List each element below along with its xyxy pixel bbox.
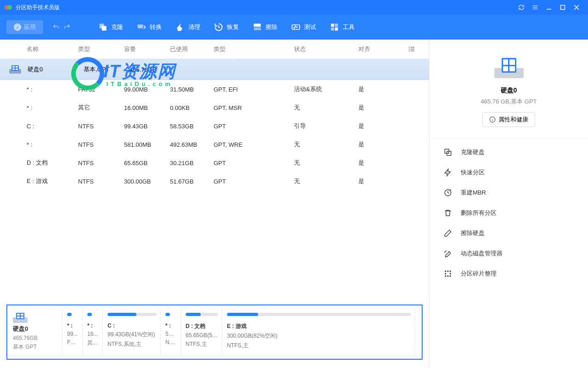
menu-icon[interactable] — [528, 0, 542, 15]
disk-map-partition[interactable]: * : 581... NTF... — [161, 309, 181, 355]
svg-rect-42 — [450, 276, 451, 277]
svg-rect-18 — [411, 50, 414, 51]
action-icon — [443, 249, 452, 258]
app-logo-icon — [5, 4, 12, 11]
toolbar: ✓ 应用 克隆 转换 清理 恢复 擦除 测试 工具 — [0, 15, 588, 40]
toolbar-test[interactable]: 测试 — [287, 20, 321, 34]
title-bar: 分区助手技术员版 — [0, 0, 588, 15]
svg-rect-41 — [447, 276, 449, 277]
action-icon — [443, 269, 452, 278]
check-icon: ✓ — [14, 23, 21, 31]
svg-rect-27 — [17, 314, 20, 316]
partition-row[interactable]: E : 游戏 NTFS 300.00GB 51.67GB GPT 无 是 — [0, 172, 429, 190]
svg-rect-22 — [16, 66, 18, 68]
svg-rect-29 — [17, 316, 20, 318]
disk-map-disk[interactable]: 硬盘0 465.76GB 基本 GPT — [7, 309, 62, 355]
tools-icon — [330, 23, 339, 32]
test-icon — [291, 23, 300, 32]
view-toggle-icon[interactable] — [408, 46, 424, 53]
undo-icon[interactable] — [52, 23, 60, 31]
sidebar-action[interactable]: 快速分区 — [430, 162, 588, 183]
action-icon — [443, 229, 452, 238]
sidebar-action[interactable]: 克隆硬盘 — [430, 142, 588, 162]
svg-rect-30 — [21, 316, 23, 318]
svg-rect-11 — [331, 28, 334, 31]
convert-icon — [137, 23, 146, 32]
disk-map-partition[interactable]: * : 99... FAT... — [62, 309, 83, 355]
disk-map-partition[interactable]: D : 文档 65.65GB(53... NTFS,主 — [181, 309, 222, 355]
svg-point-1 — [7, 5, 12, 10]
svg-rect-14 — [411, 46, 414, 47]
svg-rect-37 — [450, 270, 451, 272]
svg-rect-21 — [12, 66, 15, 68]
sidebar-action[interactable]: 删除所有分区 — [430, 203, 588, 223]
svg-rect-36 — [447, 270, 449, 272]
svg-rect-16 — [411, 48, 414, 49]
disk-group-row[interactable]: 硬盘0 基本,GPT 465.76GB — [0, 59, 429, 80]
toolbar-recover[interactable]: 恢复 — [209, 20, 243, 34]
toolbar-clean[interactable]: 清理 — [171, 20, 205, 34]
partition-table-header: 名称 类型 容量 已使用 类型 状态 对齐 — [0, 40, 429, 59]
partition-row[interactable]: C : NTFS 99.43GB 58.53GB GPT 引导 是 — [0, 117, 429, 135]
svg-rect-35 — [445, 270, 446, 272]
action-icon — [443, 148, 452, 157]
svg-rect-9 — [331, 24, 334, 27]
recover-icon — [214, 23, 223, 32]
close-icon[interactable] — [570, 0, 583, 15]
toolbar-wipe[interactable]: 擦除 — [248, 20, 282, 34]
svg-rect-3 — [561, 6, 565, 10]
svg-rect-17 — [409, 50, 410, 51]
redo-icon[interactable] — [63, 23, 71, 31]
partition-row[interactable]: D : 文档 NTFS 65.65GB 30.21GB GPT 无 是 — [0, 154, 429, 172]
svg-rect-12 — [335, 28, 338, 31]
disk-map-panel: 硬盘0 465.76GB 基本 GPT * : 99... FAT... * :… — [6, 305, 423, 360]
svg-rect-40 — [445, 276, 446, 277]
svg-rect-5 — [102, 26, 107, 31]
svg-rect-7 — [254, 24, 261, 27]
svg-rect-24 — [16, 69, 18, 70]
sidebar-action[interactable]: 擦除硬盘 — [430, 223, 588, 243]
properties-button[interactable]: 属性和健康 — [482, 112, 535, 127]
apply-button[interactable]: ✓ 应用 — [6, 20, 43, 34]
disk-icon — [13, 313, 28, 322]
partition-row[interactable]: * : 其它 16.00MB 0.00KB GPT, MSR 无 是 — [0, 98, 429, 117]
svg-rect-10 — [335, 24, 338, 27]
refresh-icon[interactable] — [514, 0, 528, 15]
svg-rect-13 — [409, 46, 410, 47]
toolbar-convert[interactable]: 转换 — [132, 20, 166, 34]
maximize-icon[interactable] — [556, 0, 570, 15]
svg-rect-39 — [450, 273, 451, 275]
action-icon — [443, 208, 452, 218]
toolbar-clone[interactable]: 克隆 — [94, 20, 128, 34]
sidebar-action[interactable]: 动态磁盘管理器 — [430, 243, 588, 264]
app-title: 分区助手技术员版 — [16, 4, 60, 12]
svg-rect-20 — [11, 65, 19, 71]
disk-hero-icon — [494, 58, 524, 78]
svg-rect-6 — [138, 24, 143, 28]
minimize-icon[interactable] — [542, 0, 556, 15]
partition-row[interactable]: * : NTFS 581.00MB 492.63MB GPT, WRE 无 是 — [0, 135, 429, 154]
disk-map-partition[interactable]: * : 16... 其... — [83, 309, 103, 355]
disk-icon — [9, 65, 21, 74]
sidebar-action[interactable]: 分区碎片整理 — [430, 264, 588, 284]
svg-rect-38 — [445, 273, 446, 275]
svg-rect-23 — [12, 69, 15, 70]
action-icon — [443, 188, 452, 197]
info-icon — [489, 116, 496, 123]
wipe-icon — [253, 23, 262, 32]
toolbar-tools[interactable]: 工具 — [325, 20, 359, 34]
clean-icon — [175, 23, 185, 32]
disk-map-partition[interactable]: C : 99.43GB(41%空闲) NTFS,系统,主 — [103, 309, 161, 355]
disk-map-partition[interactable]: E : 游戏 300.00GB(82%空闲) NTFS,主 — [222, 309, 415, 355]
svg-rect-28 — [21, 314, 23, 316]
sidebar: 硬盘0 465.76 GB,基本 GPT 属性和健康 克隆硬盘快速分区重建MBR… — [430, 40, 588, 368]
partition-row[interactable]: * : FAT32 99.00MB 31.50MB GPT, EFI 活动&系统… — [0, 80, 429, 98]
action-icon — [443, 168, 452, 177]
clone-icon — [98, 23, 107, 32]
svg-rect-15 — [409, 48, 410, 49]
sidebar-action[interactable]: 重建MBR — [430, 183, 588, 203]
